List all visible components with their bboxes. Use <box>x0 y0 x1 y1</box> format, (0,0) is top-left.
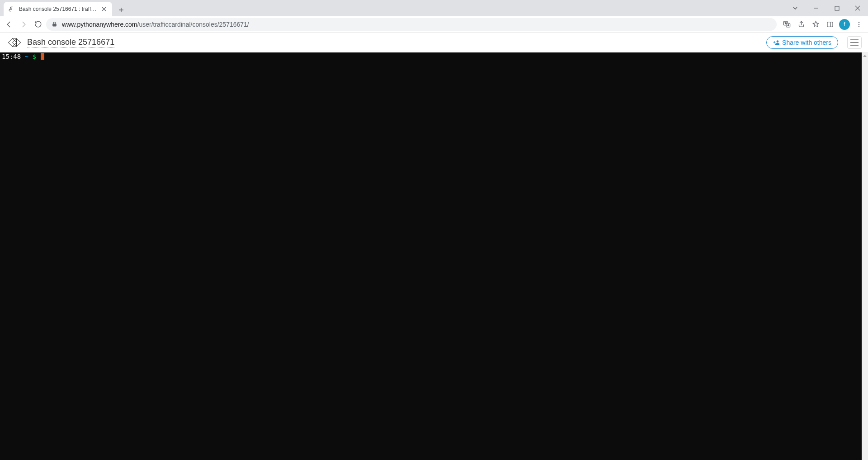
terminal-cursor <box>41 53 44 60</box>
browser-toolbar: www.pythonanywhere.com/user/trafficcardi… <box>0 16 868 33</box>
terminal-prompt-line: 15:48 ~ $ <box>2 52 860 61</box>
browser-chrome-top: Bash console 25716671 : trafficcardinal <box>0 0 868 33</box>
window-maximize-button[interactable] <box>826 0 847 16</box>
address-bar[interactable]: www.pythonanywhere.com/user/trafficcardi… <box>46 18 777 31</box>
lock-icon <box>52 21 57 27</box>
window-controls <box>785 0 868 16</box>
svg-rect-1 <box>835 6 839 10</box>
share-page-icon[interactable] <box>795 18 807 31</box>
svg-point-0 <box>11 7 11 8</box>
address-url: www.pythonanywhere.com/user/trafficcardi… <box>62 21 249 28</box>
pythonanywhere-logo-icon[interactable] <box>6 36 23 49</box>
svg-point-6 <box>859 24 859 24</box>
tab-favicon-snake-icon <box>8 5 15 13</box>
tab-search-button[interactable] <box>785 0 806 16</box>
new-tab-button[interactable] <box>115 4 127 16</box>
page-scrollbar[interactable] <box>862 52 868 460</box>
reload-button[interactable] <box>32 18 44 31</box>
terminal-prompt-symbol: $ <box>32 53 36 60</box>
bookmark-star-icon[interactable] <box>809 18 822 31</box>
address-url-path: /user/trafficcardinal/consoles/25716671/ <box>137 21 249 28</box>
hamburger-menu-button[interactable] <box>847 36 862 49</box>
profile-avatar[interactable]: f <box>838 18 851 31</box>
page-header: Bash console 25716671 Share with others <box>0 33 868 52</box>
terminal[interactable]: 15:48 ~ $ <box>0 52 862 460</box>
tab-title: Bash console 25716671 : trafficcardinal <box>19 6 97 12</box>
svg-rect-4 <box>827 22 833 27</box>
console-title[interactable]: Bash console 25716671 <box>27 38 114 47</box>
share-with-others-button[interactable]: Share with others <box>766 36 838 49</box>
toolbar-right-icons: f <box>780 18 865 31</box>
share-button-label: Share with others <box>782 39 831 46</box>
back-button[interactable] <box>3 18 15 31</box>
window-minimize-button[interactable] <box>806 0 826 16</box>
window-close-button[interactable] <box>847 0 868 16</box>
forward-button[interactable] <box>17 18 30 31</box>
person-add-icon <box>773 39 779 46</box>
close-tab-button[interactable] <box>100 5 108 13</box>
tab-strip: Bash console 25716671 : trafficcardinal <box>0 0 868 16</box>
avatar-letter: f <box>839 19 850 30</box>
address-url-host: www.pythonanywhere.com <box>62 21 137 28</box>
terminal-cwd: ~ <box>25 53 28 60</box>
translate-icon[interactable] <box>780 18 793 31</box>
browser-tab[interactable]: Bash console 25716671 : trafficcardinal <box>4 2 112 16</box>
terminal-time: 15:48 <box>2 53 21 60</box>
side-panel-icon[interactable] <box>824 18 836 31</box>
scroll-up-icon[interactable] <box>862 52 868 59</box>
svg-point-7 <box>859 26 859 27</box>
svg-point-5 <box>859 22 859 23</box>
browser-menu-button[interactable] <box>853 18 865 31</box>
terminal-wrap: 15:48 ~ $ <box>0 52 868 460</box>
